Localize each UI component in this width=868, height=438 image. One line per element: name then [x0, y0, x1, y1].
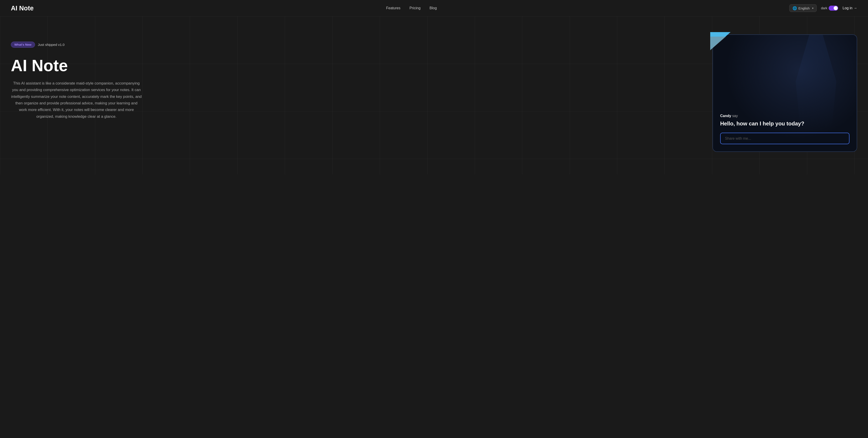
chat-message: Hello, how can I help you today? — [720, 120, 849, 127]
site-logo: AI Note — [11, 4, 34, 12]
chat-speaker: Candy say — [720, 114, 849, 118]
hero-title: AI Note — [11, 57, 169, 74]
language-label: English — [798, 6, 810, 10]
corner-grey — [710, 37, 726, 50]
whats-new-badge-pill[interactable]: What's New — [11, 41, 35, 48]
dark-mode-toggle[interactable]: dark — [821, 6, 838, 11]
speaker-verb: say — [732, 114, 738, 118]
login-arrow-icon: → — [854, 6, 857, 10]
chat-content: Candy say Hello, how can I help you toda… — [720, 114, 849, 144]
chat-card-wrapper: Candy say Hello, how can I help you toda… — [712, 34, 857, 152]
nav-link-features[interactable]: Features — [386, 6, 400, 10]
toggle-knob — [834, 6, 838, 10]
nav-right: 🌐 English ▾ dark Log in → — [789, 4, 857, 12]
hero-left: What's New Just shipped v1.0 AI Note Thi… — [11, 34, 169, 168]
whats-new-description: Just shipped v1.0 — [38, 43, 64, 46]
globe-icon: 🌐 — [793, 6, 797, 10]
hero-right: Candy say Hello, how can I help you toda… — [180, 34, 857, 168]
login-button[interactable]: Log in → — [843, 6, 857, 10]
hero-section: What's New Just shipped v1.0 AI Note Thi… — [0, 16, 868, 179]
whats-new-banner[interactable]: What's New Just shipped v1.0 — [11, 41, 169, 48]
chevron-down-icon: ▾ — [812, 7, 813, 10]
login-label: Log in — [843, 6, 852, 10]
navbar: AI Note Features Pricing Blog 🌐 English … — [0, 0, 868, 16]
dark-mode-label: dark — [821, 6, 827, 10]
corner-decoration — [710, 32, 731, 50]
nav-link-pricing[interactable]: Pricing — [409, 6, 421, 10]
chat-input[interactable] — [720, 133, 849, 144]
nav-link-blog[interactable]: Blog — [430, 6, 437, 10]
chat-input-wrapper — [720, 133, 849, 144]
hero-description: This AI assistant is like a considerate … — [11, 80, 142, 120]
toggle-switch[interactable] — [829, 6, 838, 11]
speaker-name: Candy — [720, 114, 731, 118]
language-selector[interactable]: 🌐 English ▾ — [789, 4, 817, 12]
nav-links: Features Pricing Blog — [386, 6, 437, 10]
chat-card: Candy say Hello, how can I help you toda… — [712, 34, 857, 152]
